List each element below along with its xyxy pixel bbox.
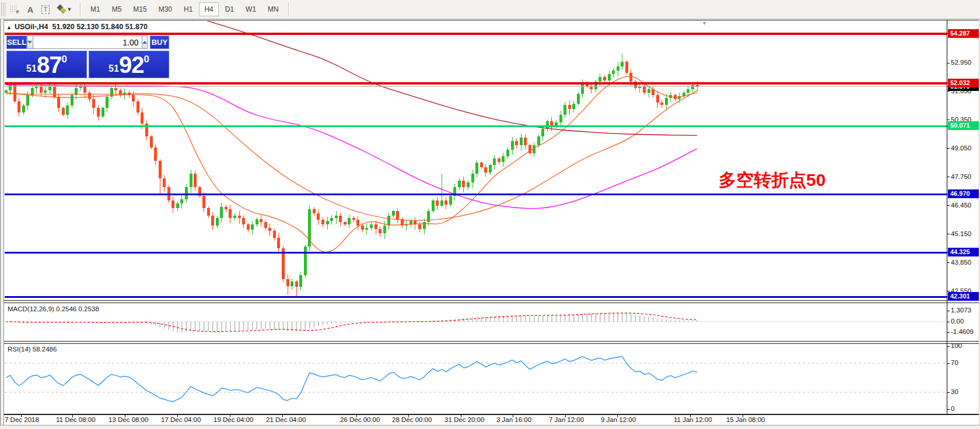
bid-pips: 87 [37,53,62,76]
mt4-window: F A T ▼ M1M5M15M30H1H4D1W1MN ▲USOil-,H4 … [0,0,980,429]
chart-title: ▲USOil-,H4 51.920 52.130 51.840 51.870 [6,23,148,31]
pane-splitter[interactable] [4,343,979,344]
ma-magenta [6,85,697,209]
buy-price-display[interactable]: 51920 [89,51,169,78]
chart-shift-marker-icon[interactable]: ▼ [702,20,707,26]
order-row: SELL BUY [6,36,169,49]
caret-down-icon [27,41,32,46]
ask-pips: 92 [119,53,144,76]
window-bottom-border [0,425,980,429]
one-click-trading-panel: SELL BUY 51870 51920 [6,36,169,78]
macd-signal-line [6,313,697,332]
window-left-border [0,19,4,429]
volume-input[interactable] [33,36,142,49]
pane-splitter[interactable] [4,341,979,342]
sell-button[interactable]: SELL [6,36,27,49]
price-row: 51870 51920 [6,51,169,78]
rsi-pane [5,356,947,402]
pane-splitter[interactable] [4,300,979,301]
volume-decrease-button[interactable] [27,36,33,49]
candlesticks [5,54,699,296]
ma-slow-orange [6,90,697,220]
buy-button[interactable]: BUY [150,36,169,49]
volume-increase-button[interactable] [142,36,148,49]
pane-splitter[interactable] [4,303,979,303]
macd-pane [5,313,947,332]
rsi-indicator-label: RSI(14) 58.2486 [8,346,57,353]
bid-pipette: 0 [61,54,66,65]
ma-fast-orange [6,76,697,252]
symbol-period: USOil-,H4 [15,23,48,31]
ohlc-values: 51.920 52.130 51.840 51.870 [52,23,148,31]
chart-text-annotation[interactable]: 多空转折点50 [719,168,825,192]
pane-border [4,20,979,20]
caret-up-icon [142,38,147,44]
price-axis [21,20,950,417]
time-axis-border [4,414,979,415]
bid-big-figure: 51 [26,64,37,74]
sell-price-display[interactable]: 51870 [6,51,87,78]
ask-big-figure: 51 [108,64,119,74]
macd-indicator-label: MACD(12,26,9) 0.2546 0.2538 [8,305,99,312]
ask-pipette: 0 [144,54,149,65]
collapse-triangle-icon[interactable]: ▲ [6,24,12,30]
